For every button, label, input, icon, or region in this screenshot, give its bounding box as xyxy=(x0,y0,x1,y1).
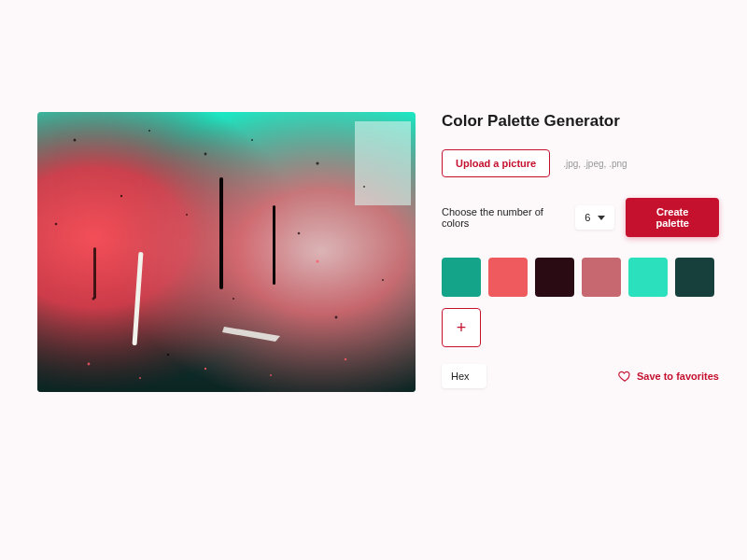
palette-swatch[interactable] xyxy=(488,258,528,297)
upload-button[interactable]: Upload a picture xyxy=(442,149,550,177)
svg-point-16 xyxy=(186,214,188,216)
palette-swatch[interactable] xyxy=(675,258,714,297)
plus-icon: + xyxy=(457,319,467,336)
svg-rect-5 xyxy=(219,177,223,289)
page-title: Color Palette Generator xyxy=(442,112,719,131)
palette-swatch[interactable] xyxy=(628,258,668,297)
create-palette-button[interactable]: Create palette xyxy=(626,198,719,237)
save-to-favorites[interactable]: Save to favorites xyxy=(618,370,719,383)
format-select[interactable]: Hex xyxy=(442,364,486,388)
svg-point-12 xyxy=(251,139,253,141)
svg-point-21 xyxy=(382,279,384,281)
format-value: Hex xyxy=(451,371,470,382)
color-count-select[interactable]: 6 xyxy=(575,205,614,230)
svg-point-28 xyxy=(345,358,347,361)
file-types-hint: .jpg, .jpeg, .png xyxy=(563,159,627,169)
svg-rect-4 xyxy=(355,121,411,205)
svg-point-15 xyxy=(120,195,122,197)
save-label: Save to favorites xyxy=(637,371,719,382)
svg-point-9 xyxy=(74,139,77,142)
svg-point-20 xyxy=(335,316,338,319)
svg-point-13 xyxy=(316,161,318,164)
controls-panel: Color Palette Generator Upload a picture… xyxy=(442,112,719,392)
palette-swatch[interactable] xyxy=(535,258,574,297)
svg-point-18 xyxy=(92,298,95,301)
svg-point-17 xyxy=(298,232,301,235)
uploaded-image xyxy=(37,112,416,392)
heart-icon xyxy=(618,370,631,383)
svg-point-29 xyxy=(317,260,319,263)
svg-rect-7 xyxy=(93,247,96,299)
palette-swatch[interactable] xyxy=(442,258,481,297)
svg-point-14 xyxy=(363,186,365,188)
svg-point-10 xyxy=(148,130,150,132)
color-count-label: Choose the number of colors xyxy=(442,206,564,229)
chevron-down-icon xyxy=(598,216,605,220)
palette-swatches xyxy=(442,258,719,297)
svg-point-23 xyxy=(233,298,234,300)
svg-point-19 xyxy=(167,354,169,356)
svg-point-11 xyxy=(204,153,207,156)
svg-point-27 xyxy=(270,374,272,376)
color-count-value: 6 xyxy=(585,212,590,223)
svg-point-26 xyxy=(204,368,206,370)
svg-rect-6 xyxy=(273,205,275,285)
svg-point-24 xyxy=(88,363,91,366)
palette-swatch[interactable] xyxy=(582,258,621,297)
add-color-button[interactable]: + xyxy=(442,308,481,347)
svg-point-22 xyxy=(55,223,58,226)
svg-point-25 xyxy=(139,377,141,379)
